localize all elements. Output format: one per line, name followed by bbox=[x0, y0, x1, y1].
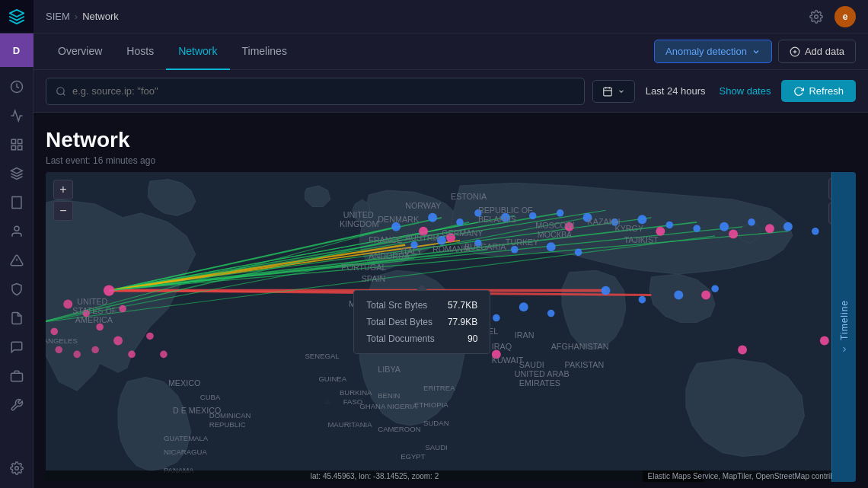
search-input-wrapper[interactable] bbox=[46, 78, 585, 105]
svg-point-65 bbox=[456, 218, 464, 226]
svg-point-60 bbox=[73, 351, 81, 359]
search-bar: Last 24 hours Show dates Refresh bbox=[34, 70, 868, 113]
sidebar-icon-settings[interactable] bbox=[3, 455, 30, 482]
map-tooltip: Total Src Bytes 57.7KB Total Dest Bytes … bbox=[353, 290, 490, 354]
breadcrumb: SIEM › Network bbox=[46, 11, 119, 22]
sidebar-icon-user[interactable] bbox=[3, 218, 30, 245]
svg-rect-2 bbox=[18, 139, 21, 143]
show-dates-button[interactable]: Show dates bbox=[716, 85, 774, 97]
tooltip-src-bytes-row: Total Src Bytes 57.7KB bbox=[366, 300, 477, 311]
sidebar-icon-document[interactable] bbox=[3, 305, 30, 332]
svg-text:KYRGY: KYRGY bbox=[614, 224, 643, 233]
zoom-in-button[interactable]: + bbox=[53, 180, 73, 199]
sidebar-icon-layers[interactable] bbox=[3, 160, 30, 187]
sidebar-icon-grid[interactable] bbox=[3, 131, 30, 158]
sidebar-icon-shield[interactable] bbox=[3, 276, 30, 303]
svg-rect-23 bbox=[604, 88, 612, 96]
timeline-panel[interactable]: Timeline bbox=[831, 172, 856, 482]
date-picker-button[interactable] bbox=[592, 80, 635, 103]
sidebar-icon-alert[interactable] bbox=[3, 247, 30, 274]
add-data-button[interactable]: Add data bbox=[778, 40, 856, 63]
app-logo[interactable] bbox=[0, 0, 34, 33]
svg-point-85 bbox=[575, 249, 582, 257]
tab-timelines[interactable]: Timelines bbox=[230, 33, 299, 70]
tab-network[interactable]: Network bbox=[166, 33, 229, 70]
tooltip-dest-bytes-row: Total Dest Bytes 77.9KB bbox=[366, 317, 477, 327]
sidebar-icon-activity[interactable] bbox=[3, 102, 30, 129]
topbar: SIEM › Network e bbox=[34, 0, 868, 33]
add-data-label: Add data bbox=[805, 46, 844, 57]
svg-text:TURKEY: TURKEY bbox=[506, 238, 539, 247]
topbar-settings-button[interactable] bbox=[804, 5, 828, 29]
search-icon bbox=[56, 86, 66, 97]
svg-text:МОСКВА: МОСКВА bbox=[538, 230, 573, 239]
tab-hosts[interactable]: Hosts bbox=[114, 33, 166, 70]
svg-point-84 bbox=[547, 242, 556, 251]
svg-text:EMIRATES: EMIRATES bbox=[519, 378, 560, 388]
svg-point-103 bbox=[738, 345, 747, 354]
sidebar-icon-tools[interactable] bbox=[3, 391, 30, 419]
tooltip-docs-value: 90 bbox=[468, 333, 477, 344]
refresh-button[interactable]: Refresh bbox=[781, 80, 856, 102]
sidebar: D bbox=[0, 0, 34, 488]
svg-text:SPAIN: SPAIN bbox=[362, 274, 386, 283]
sidebar-icon-case[interactable] bbox=[3, 362, 30, 390]
chevron-down-icon bbox=[752, 47, 761, 56]
sidebar-icon-building[interactable] bbox=[3, 189, 30, 216]
sidebar-workspace-avatar[interactable]: D bbox=[0, 33, 34, 67]
svg-text:CAMEROON: CAMEROON bbox=[378, 425, 420, 433]
svg-text:ETHIOPIA: ETHIOPIA bbox=[414, 400, 448, 409]
svg-point-78 bbox=[812, 228, 819, 235]
tooltip-src-bytes-value: 57.7KB bbox=[448, 300, 477, 311]
date-range-display: Last 24 hours bbox=[643, 85, 709, 97]
page-header: Network Last event: 16 minutes ago bbox=[34, 113, 868, 172]
svg-rect-4 bbox=[18, 146, 21, 150]
svg-text:TAJIKIST: TAJIKIST bbox=[624, 235, 659, 244]
svg-point-76 bbox=[748, 218, 755, 226]
svg-text:UNITED: UNITED bbox=[343, 210, 374, 219]
svg-text:MEXICO: MEXICO bbox=[168, 378, 200, 388]
topbar-user-avatar[interactable]: e bbox=[834, 6, 856, 27]
svg-text:SAUDI: SAUDI bbox=[519, 360, 544, 369]
svg-point-104 bbox=[820, 336, 829, 345]
tooltip-docs-row: Total Documents 90 bbox=[366, 333, 477, 344]
svg-point-57 bbox=[146, 333, 154, 340]
search-input[interactable] bbox=[72, 85, 575, 97]
svg-point-61 bbox=[55, 346, 62, 354]
svg-point-55 bbox=[96, 324, 104, 331]
refresh-label: Refresh bbox=[809, 85, 844, 97]
zoom-out-button[interactable]: − bbox=[53, 201, 73, 221]
svg-point-101 bbox=[701, 291, 710, 300]
svg-text:DENMARK: DENMARK bbox=[378, 215, 420, 224]
sidebar-icon-clock[interactable] bbox=[3, 73, 30, 100]
svg-point-86 bbox=[602, 286, 611, 295]
timeline-label: Timeline bbox=[839, 300, 850, 354]
tab-overview[interactable]: Overview bbox=[46, 33, 114, 70]
svg-text:MAURITANIA: MAURITANIA bbox=[327, 420, 372, 429]
svg-point-99 bbox=[729, 229, 738, 238]
svg-text:CUBA: CUBA bbox=[200, 393, 221, 401]
svg-point-72 bbox=[637, 215, 646, 224]
map-attribution: Elastic Maps Service, MapTiler, OpenStre… bbox=[643, 470, 856, 482]
svg-text:BURKINA: BURKINA bbox=[340, 388, 372, 397]
svg-point-89 bbox=[711, 285, 719, 292]
breadcrumb-section: SIEM bbox=[46, 11, 70, 22]
page-subtitle: Last event: 16 minutes ago bbox=[46, 155, 856, 166]
svg-text:GUINEA: GUINEA bbox=[318, 375, 346, 383]
svg-text:SAUDI: SAUDI bbox=[425, 443, 447, 451]
svg-rect-1 bbox=[11, 139, 15, 143]
svg-line-22 bbox=[63, 93, 65, 95]
svg-rect-6 bbox=[12, 197, 21, 209]
svg-rect-15 bbox=[11, 373, 22, 381]
svg-text:EGYPT: EGYPT bbox=[400, 452, 426, 461]
svg-point-100 bbox=[765, 224, 774, 233]
svg-text:BELARUS: BELARUS bbox=[478, 215, 516, 224]
svg-text:FRANCE: FRANCE bbox=[369, 235, 402, 244]
anomaly-detection-button[interactable]: Anomaly detection bbox=[654, 40, 772, 63]
svg-text:PAKISTAN: PAKISTAN bbox=[565, 360, 605, 369]
svg-text:IRAN: IRAN bbox=[515, 330, 535, 340]
svg-point-91 bbox=[493, 314, 500, 322]
map-container[interactable]: UNITED STATES OF AMERICA LOS ANGELES MEX… bbox=[46, 172, 856, 482]
sidebar-icon-chat[interactable] bbox=[3, 333, 30, 361]
page-content: Network Last event: 16 minutes ago bbox=[34, 113, 868, 488]
